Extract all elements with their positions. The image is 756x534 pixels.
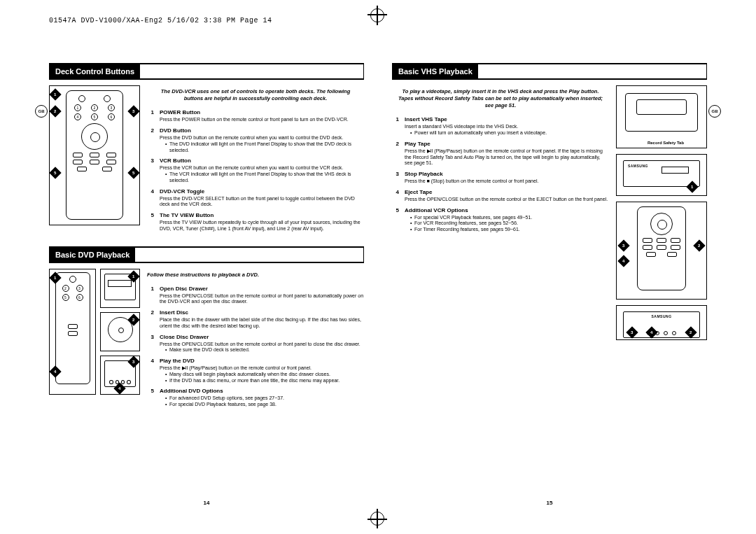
step-number: 4 — [147, 188, 154, 209]
crop-mark — [370, 8, 384, 22]
illustration-disc: 2 — [100, 312, 140, 351]
illustration-remote: 123 456 1 2 3 5 5 — [49, 85, 140, 225]
illustration-deck: 3 4 — [100, 356, 140, 395]
step-title: Additional VCR Options — [405, 207, 609, 214]
step-number: 4 — [392, 189, 399, 203]
step-title: Insert Disc — [160, 309, 364, 316]
illustration-deck: 1 — [100, 269, 140, 308]
step-bullet: Power will turn on automatically when yo… — [410, 130, 609, 136]
step-number: 5 — [147, 212, 154, 232]
step-number: 1 — [147, 286, 154, 306]
illustration-deck: SAMSUNG 1 — [616, 154, 707, 196]
step-text: Press the OPEN/CLOSE button on the remot… — [160, 342, 364, 348]
step-title: Play Tape — [405, 141, 609, 148]
step-bullet: For advanced DVD Setup options, see page… — [165, 395, 364, 402]
step-bullet: If the DVD has a disc menu, or more than… — [165, 378, 364, 384]
section-title: Deck Control Buttons — [50, 64, 140, 78]
section-title: Basic DVD Playback — [50, 248, 135, 262]
illustration-remote: 3 2 4 — [616, 202, 707, 300]
step-title: Additional DVD Options — [160, 388, 364, 395]
step-number: 2 — [147, 309, 154, 330]
step-bullet: Make sure the DVD deck is selected. — [165, 347, 364, 353]
step-text: Press the ▶II (Play/Pause) button on the… — [405, 148, 609, 167]
step-number: 5 — [147, 388, 154, 408]
step-number: 5 — [392, 207, 399, 233]
section-intro: To play a videotape, simply insert it in… — [392, 85, 609, 116]
language-badge: GB — [708, 105, 721, 118]
step-text: Press the ▶II (Play/Pause) button on the… — [160, 365, 364, 372]
step-bullet: For VCR Recording features, see pages 52… — [410, 220, 609, 227]
step-title: Stop Playback — [405, 171, 609, 178]
step-number: 1 — [392, 116, 399, 136]
step-text: Press the VCR button on the remote contr… — [160, 165, 364, 171]
step-text: Insert a standard VHS videotape into the… — [405, 124, 609, 130]
brand-label: SAMSUNG — [628, 164, 648, 168]
step-title: VCR Button — [160, 157, 364, 164]
step-bullet: For special VCR Playback features, see p… — [410, 215, 609, 221]
section-header: Basic VHS Playback — [392, 63, 707, 80]
step-text: Press the DVD-VCR SELECT button on the f… — [160, 196, 364, 209]
section-header: Deck Control Buttons — [49, 63, 364, 80]
step-title: POWER Button — [160, 109, 364, 116]
tape-label: Record Safety Tab — [621, 141, 710, 145]
step-bullet: The VCR indicator will light on the Fron… — [165, 171, 364, 184]
illustration-deck: SAMSUNG 3 4 2 — [616, 305, 707, 340]
step-bullet: The DVD indicator will light on the Fron… — [165, 141, 364, 154]
step-text: Press the OPEN/CLOSE button on the remot… — [160, 293, 364, 306]
illustration-remote-partial: 23 56 1 4 — [49, 269, 96, 395]
step-text: Press the POWER button on the remote con… — [160, 117, 364, 123]
step-title: Play the DVD — [160, 358, 364, 365]
step-number: 4 — [147, 358, 154, 384]
section-intro: The DVD-VCR uses one set of controls to … — [147, 85, 364, 109]
step-number: 3 — [147, 334, 154, 354]
step-bullet: For Timer Recording features, see pages … — [410, 227, 609, 233]
step-title: DVD-VCR Toggle — [160, 188, 364, 195]
brand-label: SAMSUNG — [651, 314, 671, 318]
print-header: 01547A DVD-V1000/XAA-Eng2 5/16/02 3:38 P… — [49, 17, 272, 24]
step-text: Press the OPEN/CLOSE button on the remot… — [405, 197, 609, 203]
step-text: Place the disc in the drawer with the la… — [160, 317, 364, 330]
page-right: Basic VHS Playback To play a videotape, … — [392, 42, 707, 506]
step-title: Open Disc Drawer — [160, 286, 364, 293]
step-number: 2 — [392, 141, 399, 167]
step-number: 1 — [147, 109, 154, 123]
page-left: Deck Control Buttons 123 456 1 2 — [49, 42, 364, 506]
step-text: Press the TV VIEW button repeatedly to c… — [160, 220, 364, 232]
step-text: Press the ■ (Stop) button on the remote … — [405, 178, 609, 185]
step-bullet: Many discs will begin playback automatic… — [165, 372, 364, 378]
step-title: Eject Tape — [405, 189, 609, 196]
step-title: Insert VHS Tape — [405, 116, 609, 123]
step-number: 3 — [392, 171, 399, 185]
page-spread: Deck Control Buttons 123 456 1 2 — [49, 42, 707, 506]
section-header: Basic DVD Playback — [49, 246, 364, 263]
language-badge: GB — [35, 105, 48, 118]
page-number: 14 — [204, 500, 210, 506]
illustration-vhs-tape: Record Safety Tab — [616, 85, 707, 148]
step-bullet: For special DVD Playback features, see p… — [165, 402, 364, 408]
step-title: The TV VIEW Button — [160, 212, 364, 219]
step-number: 3 — [147, 157, 154, 183]
step-number: 2 — [147, 127, 154, 153]
step-title: DVD Button — [160, 127, 364, 134]
step-title: Close Disc Drawer — [160, 334, 364, 341]
section-title: Basic VHS Playback — [393, 64, 478, 78]
step-text: Press the DVD button on the remote contr… — [160, 135, 364, 141]
page-number: 15 — [547, 500, 553, 506]
crop-mark — [370, 512, 384, 526]
section-intro: Follow these instructions to playback a … — [147, 269, 364, 286]
